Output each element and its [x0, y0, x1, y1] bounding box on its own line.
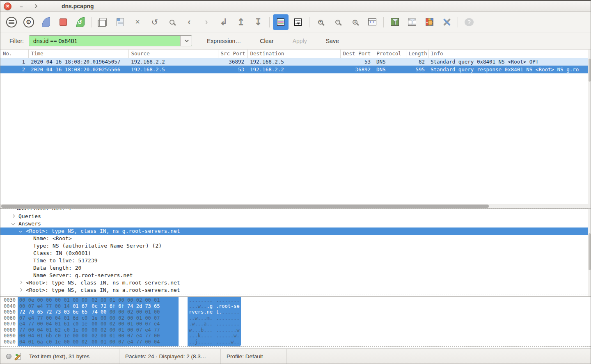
column-source[interactable]: Source — [128, 50, 218, 58]
packet-row-1[interactable]: 1 2020-04-16 18:08:20.019645057 192.168.… — [0, 58, 589, 66]
restart-capture-button[interactable] — [73, 14, 88, 30]
minimize-window-button[interactable]: – — [17, 2, 25, 10]
preferences-button[interactable] — [439, 14, 454, 30]
hex-row[interactable]: 004000 07 e4 77 00 14 01 670c 72 6f 6f 7… — [0, 303, 591, 309]
hex-bytes: 00 04 01 6b c0 1e 00 0002 00 01 00 07 e4… — [18, 333, 179, 339]
apply-button[interactable]: Apply — [289, 35, 311, 47]
open-file-button[interactable] — [95, 14, 111, 30]
zoom-in-button[interactable]: + — [313, 14, 328, 30]
zoom-100-icon: 1 — [353, 20, 357, 25]
hex-row[interactable]: 006007 e4 77 00 04 01 6d c01e 00 00 02 0… — [0, 315, 591, 321]
packet-list-pane: No. Time Source Src Port Destination Des… — [0, 50, 591, 204]
hex-row[interactable]: 009000 04 01 6b c0 1e 00 0002 00 01 00 0… — [0, 333, 591, 339]
detail-row[interactable]: <Root>: type NS, class IN, ns a.root-ser… — [0, 287, 591, 294]
column-length[interactable]: Length — [406, 50, 428, 58]
expander-open-icon[interactable] — [11, 222, 15, 225]
column-no[interactable]: No. — [0, 50, 28, 58]
clear-button[interactable]: Clear — [256, 35, 277, 47]
column-dest-port[interactable]: Dest Port — [340, 50, 374, 58]
column-protocol[interactable]: Protocol — [374, 50, 406, 58]
interface-list-icon — [6, 17, 17, 27]
go-to-top-button[interactable]: ↥ — [233, 14, 249, 30]
filter-label: Filter: — [9, 38, 24, 44]
packet-row-2-selected[interactable]: 2 2020-04-16 18:08:20.020255566 192.168.… — [0, 66, 589, 73]
display-filters-icon — [408, 18, 416, 26]
zoom-out-icon: − — [335, 20, 340, 25]
profile-status: Profile: Default — [227, 353, 263, 359]
detail-row[interactable]: Time to live: 517239 — [0, 257, 591, 264]
hex-row[interactable]: 008077 00 04 01 62 c0 1e 0000 02 00 01 0… — [0, 327, 591, 333]
reload-button[interactable]: ↺ — [147, 14, 163, 30]
detail-row[interactable]: Name Server: g.root-servers.net — [0, 272, 591, 279]
hex-row[interactable]: 00a004 01 6a c0 1e 00 00 0200 01 00 07 e… — [0, 339, 591, 345]
expander-closed-icon[interactable] — [19, 281, 22, 284]
column-src-port[interactable]: Src Port — [218, 50, 247, 58]
expander-closed-icon[interactable] — [19, 288, 22, 291]
resize-columns-button[interactable] — [364, 14, 380, 30]
restart-capture-icon — [76, 17, 85, 27]
go-to-top-icon: ↥ — [237, 18, 245, 27]
go-forward-button[interactable]: › — [199, 14, 214, 30]
hex-row-clipped — [0, 345, 591, 347]
go-to-packet-button[interactable]: ↲ — [216, 14, 231, 30]
maximize-window-button[interactable] — [31, 2, 39, 10]
go-to-bottom-button[interactable]: ↧ — [250, 14, 266, 30]
hex-bytes: 07 e4 77 00 04 01 6d c01e 00 00 02 00 01… — [18, 315, 179, 321]
column-destination[interactable]: Destination — [247, 50, 340, 58]
hex-ascii: ..w...m......... — [188, 315, 241, 321]
go-back-button[interactable]: ‹ — [181, 14, 197, 30]
save-file-button[interactable] — [112, 14, 128, 30]
capture-comment-icon[interactable] — [15, 353, 21, 359]
horizontal-scrollbar-thumb[interactable] — [1, 205, 489, 208]
stop-capture-icon — [60, 18, 67, 26]
expander-open-icon[interactable] — [19, 229, 22, 232]
hex-row[interactable]: 005072 76 65 72 73 03 6e 6574 00 00 00 0… — [0, 309, 591, 315]
horizontal-scrollbar[interactable] — [0, 204, 591, 208]
detail-row[interactable]: Queries — [0, 213, 591, 220]
packet-list-header: No. Time Source Src Port Destination Des… — [0, 50, 589, 58]
start-capture-button[interactable] — [38, 14, 54, 30]
colorize-packets-button[interactable] — [273, 14, 289, 30]
zoom-100-button[interactable]: 1 — [347, 14, 363, 30]
toolbar-separator — [309, 17, 309, 27]
auto-scroll-button[interactable] — [290, 14, 306, 30]
details-scrollbar[interactable] — [588, 209, 591, 296]
filter-input[interactable] — [29, 36, 180, 46]
detail-row[interactable]: Type: NS (authoritative Name Server) (2) — [0, 242, 591, 250]
filter-dropdown-button[interactable] — [180, 36, 192, 46]
interface-list-button[interactable] — [4, 14, 19, 30]
find-packet-button[interactable] — [164, 14, 180, 30]
expander-closed-icon[interactable] — [11, 214, 15, 218]
detail-row-text: Name: <Root> — [33, 235, 72, 242]
close-file-button[interactable]: × — [130, 14, 145, 30]
detail-row[interactable]: Class: IN (0x0001) — [0, 250, 591, 257]
detail-row[interactable]: Name: <Root> — [0, 235, 591, 242]
help-button[interactable]: ? — [461, 14, 477, 30]
zoom-out-button[interactable]: − — [330, 14, 346, 30]
detail-row-selected[interactable]: <Root>: type NS, class IN, ns g.root-ser… — [0, 228, 591, 235]
wireshark-window: ✕ – dns.pcapng ⚙×↺‹›↲↥↧+−1? Filter: Expr… — [0, 0, 591, 364]
hex-row[interactable]: 0070e4 77 00 04 01 61 c0 1e00 00 02 00 0… — [0, 321, 591, 327]
column-info[interactable]: Info — [428, 50, 589, 58]
save-button[interactable]: Save — [322, 35, 343, 47]
detail-row[interactable]: <Root>: type NS, class IN, ns m.root-ser… — [0, 279, 591, 287]
packet-list-scrollbar[interactable] — [588, 50, 591, 204]
detail-row[interactable]: Answers — [0, 220, 591, 228]
close-window-button[interactable]: ✕ — [4, 2, 11, 10]
display-filters-button[interactable] — [404, 14, 420, 30]
capture-filters-button[interactable] — [387, 14, 403, 30]
coloring-rules-button[interactable] — [421, 14, 437, 30]
hex-ascii: rvers.net....... — [188, 309, 241, 315]
column-time[interactable]: Time — [28, 50, 128, 58]
expression-button[interactable]: Expression… — [203, 35, 245, 47]
window-title: dns.pcapng — [62, 3, 94, 9]
detail-row[interactable]: Data length: 20 — [0, 264, 591, 272]
hex-ascii: .w...a.......... — [188, 321, 241, 327]
colorize-packets-icon — [277, 18, 284, 26]
stop-capture-button[interactable] — [55, 14, 71, 30]
expert-info-icon[interactable] — [6, 354, 11, 359]
status-profile-section[interactable]: Profile: Default — [221, 349, 287, 364]
capture-filters-icon — [391, 18, 399, 26]
capture-options-button[interactable]: ⚙ — [21, 14, 37, 30]
hex-row[interactable]: 003000 0e 00 00 00 01 00 0002 00 01 00 0… — [0, 297, 591, 303]
